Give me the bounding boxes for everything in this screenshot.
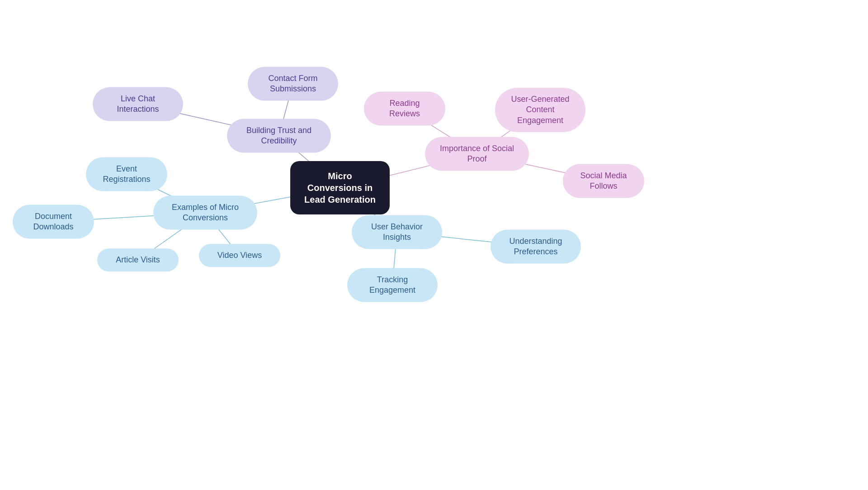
mindmap-node-center[interactable]: Micro Conversions in Lead Generation bbox=[290, 161, 390, 214]
mindmap-node-examples_micro[interactable]: Examples of Micro Conversions bbox=[153, 196, 257, 230]
mindmap-node-event_reg[interactable]: Event Registrations bbox=[86, 157, 167, 191]
mindmap-node-live_chat[interactable]: Live Chat Interactions bbox=[93, 87, 183, 121]
mindmap-node-ugc[interactable]: User-Generated Content Engagement bbox=[495, 88, 585, 132]
mindmap-node-article_visits[interactable]: Article Visits bbox=[97, 248, 179, 271]
mindmap-node-doc_downloads[interactable]: Document Downloads bbox=[13, 205, 94, 239]
mindmap-node-social_proof[interactable]: Importance of Social Proof bbox=[425, 137, 529, 171]
mindmap-node-reading_reviews[interactable]: Reading Reviews bbox=[364, 92, 445, 126]
mindmap-node-video_views[interactable]: Video Views bbox=[199, 244, 280, 267]
mindmap-node-tracking_engagement[interactable]: Tracking Engagement bbox=[347, 268, 438, 302]
mindmap-node-building_trust[interactable]: Building Trust and Credibility bbox=[227, 119, 331, 153]
mindmap-container: Micro Conversions in Lead GenerationBuil… bbox=[0, 0, 868, 490]
mindmap-node-social_media[interactable]: Social Media Follows bbox=[563, 164, 644, 198]
mindmap-node-contact_form[interactable]: Contact Form Submissions bbox=[248, 67, 338, 101]
mindmap-node-understanding_prefs[interactable]: Understanding Preferences bbox=[491, 230, 581, 264]
mindmap-node-user_behavior[interactable]: User Behavior Insights bbox=[352, 215, 442, 249]
